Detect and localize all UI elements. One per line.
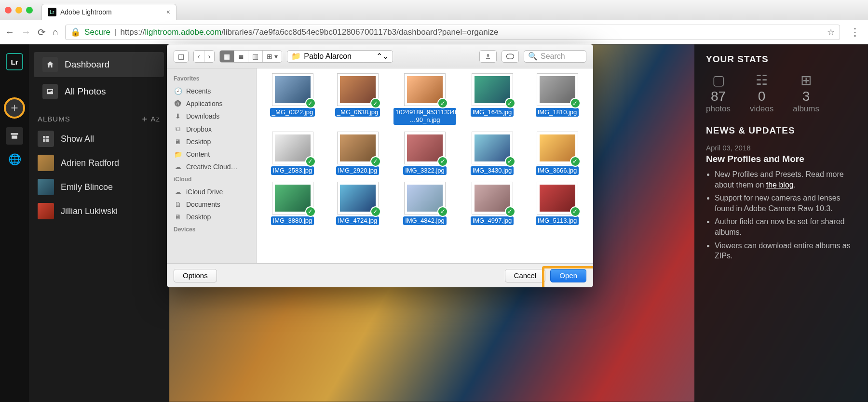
file-thumbnail: ✓ — [404, 73, 446, 106]
icon-view-button[interactable]: ▦ — [220, 51, 234, 62]
sidebar-item[interactable]: ⧉Dropbox — [167, 122, 256, 135]
file-item[interactable]: ✓IMG_2583.jpg — [263, 132, 322, 175]
sidebar-item-label: Applications — [186, 100, 223, 107]
file-item[interactable]: ✓IMG_3322.jpg — [393, 132, 456, 175]
sidebar-item[interactable]: 🅐Applications — [167, 97, 256, 110]
file-item[interactable]: ✓IMG_1645.jpg — [463, 73, 521, 125]
file-item[interactable]: ✓_MG_0638.jpg — [328, 73, 387, 125]
file-name: 10249189_953113348039…90_n.jpg — [393, 108, 456, 125]
bookmark-star-icon[interactable]: ☆ — [827, 27, 835, 38]
icloud-header: iCloud — [167, 173, 256, 186]
file-item[interactable]: ✓IMG_4997.jpg — [463, 182, 521, 225]
sidebar-item[interactable]: 📁Content — [167, 148, 256, 161]
file-thumbnail: ✓ — [337, 73, 379, 106]
secure-label: Secure — [84, 27, 110, 37]
albums-sort-icon[interactable]: Az — [141, 115, 160, 123]
back-button[interactable]: ‹ — [194, 51, 204, 62]
lock-icon: 🔒 — [70, 27, 81, 37]
sidebar-item[interactable]: 🖥Desktop — [167, 135, 256, 148]
window-controls — [5, 7, 33, 13]
nav-all-photos[interactable]: All Photos — [34, 79, 164, 104]
reload-icon[interactable]: ⟳ — [38, 27, 46, 38]
open-button[interactable]: Open — [550, 269, 586, 282]
sidebar-item-icon: 🖥 — [174, 213, 182, 221]
selected-check-icon: ✓ — [570, 156, 581, 167]
gallery-view-button[interactable]: ⊞ ▾ — [263, 51, 282, 62]
album-item[interactable]: Adrien Radford — [29, 151, 169, 175]
sidebar-toggle-icon[interactable]: ◫ — [174, 51, 188, 62]
file-thumbnail: ✓ — [272, 182, 313, 214]
path-dropdown[interactable]: 📁Pablo Alarcon ⌃⌄ — [287, 50, 393, 63]
back-icon[interactable]: ← — [5, 27, 14, 38]
file-item[interactable]: ✓IMG_3880.jpg — [263, 182, 322, 225]
sidebar-item-icon: 📁 — [174, 150, 182, 158]
list-view-button[interactable]: ≣ — [234, 51, 248, 62]
sidebar-item[interactable]: 🗎Documents — [167, 198, 256, 211]
close-window-button[interactable] — [5, 7, 12, 13]
stats-row: ▢ 87 photos ☷ 0 videos ⊞ 3 albums — [706, 72, 856, 114]
dialog-search[interactable]: 🔍 Search — [524, 50, 586, 63]
sidebar-toggle[interactable]: ◫ — [174, 50, 189, 63]
dialog-footer: Options Cancel Open — [167, 263, 593, 287]
home-icon — [42, 57, 58, 72]
file-grid[interactable]: ✓_MG_0322.jpg✓_MG_0638.jpg✓10249189_9531… — [257, 68, 593, 263]
file-open-dialog: ◫ ‹ › ▦ ≣ ▥ ⊞ ▾ 📁Pablo Alarcon ⌃⌄ 🔍 Sear… — [167, 44, 593, 287]
sidebar-item-label: iCloud Drive — [186, 188, 223, 196]
file-item[interactable]: ✓IMG_1810.jpg — [528, 73, 586, 125]
file-item[interactable]: ✓IMG_2920.jpg — [328, 132, 387, 175]
lightroom-favicon: Lr — [48, 8, 56, 16]
forward-button[interactable]: › — [204, 51, 215, 62]
sidebar-item-label: Desktop — [186, 213, 211, 221]
album-item[interactable]: Emily Blincoe — [29, 175, 169, 199]
file-name: IMG_1810.jpg — [536, 108, 579, 117]
sidebar-item[interactable]: 🖥Desktop — [167, 211, 256, 223]
add-photos-button[interactable] — [4, 97, 25, 119]
tags-button[interactable] — [502, 50, 519, 63]
news-link[interactable]: the blog — [766, 181, 794, 189]
share-button[interactable] — [479, 50, 497, 63]
news-item: New Profiles and Presets. Read more abou… — [715, 169, 856, 190]
sidebar-item-icon: ⬇ — [174, 112, 182, 120]
sidebar-item[interactable]: ☁iCloud Drive — [167, 186, 256, 198]
cancel-button[interactable]: Cancel — [505, 269, 546, 282]
file-item[interactable]: ✓IMG_3666.jpg — [528, 132, 586, 175]
lightroom-logo[interactable]: Lr — [6, 53, 23, 70]
sidebar-item[interactable]: 🕘Recents — [167, 85, 256, 97]
options-button[interactable]: Options — [174, 269, 217, 282]
browser-tab[interactable]: Lr Adobe Lightroom × — [41, 4, 176, 20]
selected-check-icon: ✓ — [370, 156, 381, 167]
selected-check-icon: ✓ — [505, 98, 515, 108]
file-item[interactable]: ✓_MG_0322.jpg — [263, 73, 322, 125]
selected-check-icon: ✓ — [570, 206, 581, 217]
home-icon[interactable]: ⌂ — [53, 27, 58, 38]
file-name: IMG_3322.jpg — [403, 166, 447, 175]
selected-check-icon: ✓ — [505, 206, 515, 217]
nav-dashboard[interactable]: Dashboard — [34, 52, 164, 77]
file-item[interactable]: ✓10249189_953113348039…90_n.jpg — [393, 73, 456, 125]
close-tab-icon[interactable]: × — [166, 8, 170, 16]
web-icon[interactable]: 🌐 — [8, 153, 21, 166]
archive-button[interactable] — [6, 127, 23, 145]
grid-icon — [38, 131, 54, 147]
image-icon — [42, 84, 58, 99]
sidebar-item[interactable]: ☁Creative Cloud… — [167, 161, 256, 173]
maximize-window-button[interactable] — [26, 7, 33, 13]
file-item[interactable]: ✓IMG_4842.jpg — [393, 182, 456, 225]
news-section: April 03, 2018 New Profiles and More New… — [706, 144, 856, 261]
minimize-window-button[interactable] — [15, 7, 22, 13]
selected-check-icon: ✓ — [370, 98, 381, 108]
album-show-all[interactable]: Show All — [29, 127, 169, 151]
browser-menu-icon[interactable]: ⋮ — [847, 26, 863, 39]
album-label: Emily Blincoe — [61, 182, 113, 192]
file-item[interactable]: ✓IMG_3430.jpg — [463, 132, 521, 175]
stat-photos: ▢ 87 photos — [706, 72, 731, 114]
address-bar[interactable]: 🔒 Secure | https://lightroom.adobe.com/l… — [65, 25, 840, 40]
album-label: Show All — [61, 134, 94, 144]
file-item[interactable]: ✓IMG_4724.jpg — [328, 182, 387, 225]
file-item[interactable]: ✓IMG_5113.jpg — [528, 182, 586, 225]
album-item[interactable]: Jillian Lukiwski — [29, 199, 169, 223]
column-view-button[interactable]: ▥ — [248, 51, 263, 62]
selected-check-icon: ✓ — [305, 206, 316, 217]
favorites-header: Favorites — [167, 72, 256, 85]
sidebar-item[interactable]: ⬇Downloads — [167, 110, 256, 122]
